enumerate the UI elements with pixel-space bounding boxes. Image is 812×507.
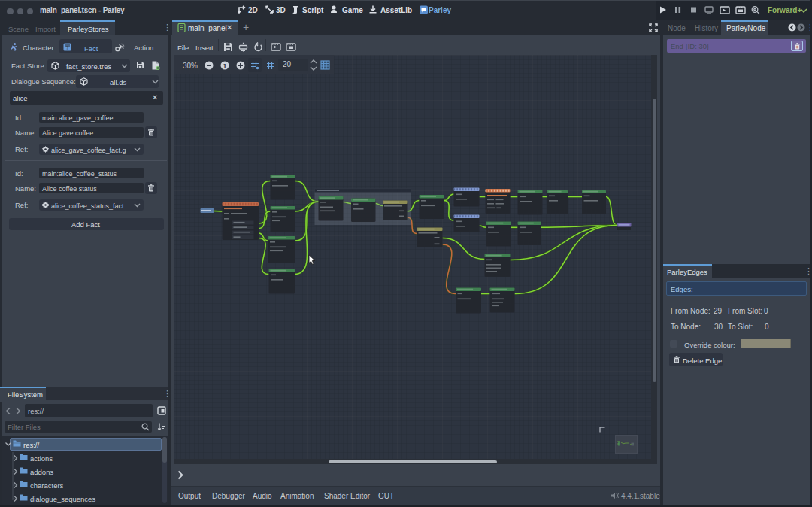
svg-text:?: ? [66, 45, 69, 50]
svg-text:1: 1 [223, 62, 227, 70]
